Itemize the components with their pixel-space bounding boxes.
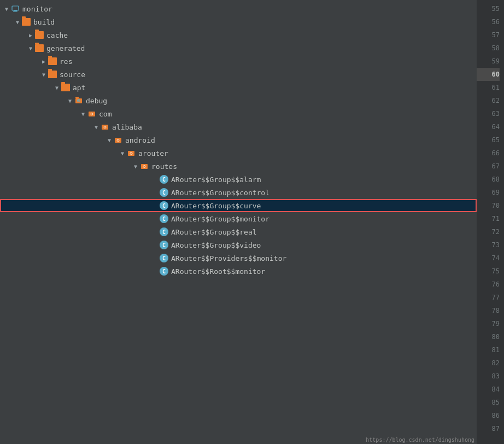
- class-icon-7: C: [160, 254, 168, 262]
- folder-icon-build: [22, 18, 31, 26]
- line-67: 67: [477, 160, 500, 173]
- monitor-label: monitor: [22, 5, 52, 13]
- line-60: 60: [477, 68, 500, 81]
- class-icon-8: C: [160, 267, 168, 276]
- line-68: 68: [477, 173, 500, 186]
- package-icon-com: [87, 109, 96, 118]
- tree-item-debug[interactable]: debug: [0, 94, 477, 107]
- tree-item-arouter[interactable]: arouter: [0, 147, 477, 160]
- line-78: 78: [477, 304, 500, 317]
- svg-rect-0: [12, 6, 19, 10]
- line-72: 72: [477, 225, 500, 238]
- generated-label: generated: [46, 44, 85, 52]
- line-74: 74: [477, 252, 500, 265]
- android-label: android: [125, 136, 155, 144]
- line-82: 82: [477, 357, 500, 370]
- class-icon-4: C: [160, 214, 168, 223]
- tree-item-class8[interactable]: C ARouter$$Root$$monitor: [0, 265, 477, 278]
- com-label: com: [99, 110, 112, 118]
- class8-label: ARouter$$Root$$monitor: [171, 267, 265, 276]
- line-79: 79: [477, 317, 500, 330]
- arrow-debug: [66, 98, 74, 104]
- class1-label: ARouter$$Group$$alarm: [171, 176, 261, 184]
- tree-item-com[interactable]: com: [0, 107, 477, 120]
- tree-item-android[interactable]: android: [0, 133, 477, 147]
- package-icon-alibaba: [101, 122, 109, 131]
- class-icon-6: C: [160, 241, 168, 249]
- class-icon-2: C: [160, 188, 168, 197]
- line-61: 61: [477, 81, 500, 94]
- tree-item-apt[interactable]: apt: [0, 81, 477, 94]
- tree-item-generated[interactable]: generated: [0, 42, 477, 55]
- tree-item-cache[interactable]: cache: [0, 28, 477, 42]
- line-63: 63: [477, 107, 500, 120]
- class3-label: ARouter$$Group$$curve: [171, 202, 261, 210]
- class2-label: ARouter$$Group$$control: [171, 189, 269, 197]
- folder-icon-apt: [61, 84, 70, 91]
- package-icon-arouter: [127, 149, 136, 157]
- svg-rect-2: [13, 11, 17, 12]
- class5-label: ARouter$$Group$$real: [171, 228, 257, 236]
- svg-rect-8: [89, 112, 95, 116]
- line-66: 66: [477, 147, 500, 160]
- tree-item-alibaba[interactable]: alibaba: [0, 120, 477, 133]
- arrow-apt: [52, 85, 61, 91]
- tree-item-class2[interactable]: C ARouter$$Group$$control: [0, 186, 477, 199]
- line-65: 65: [477, 133, 500, 147]
- line-56: 56: [477, 15, 500, 28]
- tree-container: monitor build cache generated res: [0, 0, 477, 280]
- tree-item-routes[interactable]: routes: [0, 160, 477, 173]
- res-label: res: [60, 57, 72, 66]
- alibaba-label: alibaba: [112, 123, 142, 131]
- arrow-cache: [26, 32, 35, 38]
- class7-label: ARouter$$Providers$$monitor: [171, 254, 286, 262]
- line-55: 55: [477, 2, 500, 15]
- folder-icon-res: [48, 57, 57, 65]
- line-58: 58: [477, 42, 500, 55]
- line-76: 76: [477, 278, 500, 291]
- arouter-label: arouter: [138, 149, 168, 157]
- arrow-generated: [26, 45, 35, 51]
- file-tree: monitor build cache generated res: [0, 0, 477, 444]
- tree-item-class4[interactable]: C ARouter$$Group$$monitor: [0, 212, 477, 225]
- class-icon-1: C: [160, 175, 168, 184]
- tree-item-monitor[interactable]: monitor: [0, 2, 477, 15]
- package-icon-android: [114, 136, 122, 144]
- debug-folder-icon: [74, 96, 83, 105]
- class4-label: ARouter$$Group$$monitor: [171, 215, 269, 223]
- line-73: 73: [477, 238, 500, 252]
- package-icon-routes: [140, 162, 149, 171]
- svg-rect-14: [128, 151, 134, 156]
- line-84: 84: [477, 383, 500, 396]
- svg-rect-12: [115, 138, 121, 143]
- line-83: 83: [477, 370, 500, 383]
- tree-item-class3[interactable]: C ARouter$$Group$$curve: [0, 199, 477, 212]
- tree-item-class6[interactable]: C ARouter$$Group$$video: [0, 238, 477, 252]
- line-87: 87: [477, 422, 500, 435]
- svg-rect-16: [141, 164, 148, 169]
- arrow-routes: [131, 163, 140, 170]
- tree-item-source[interactable]: source: [0, 68, 477, 81]
- cache-label: cache: [46, 31, 68, 39]
- class-icon-3: C: [160, 201, 168, 210]
- line-86: 86: [477, 409, 500, 422]
- tree-item-class1[interactable]: C ARouter$$Group$$alarm: [0, 173, 477, 186]
- svg-rect-1: [14, 10, 17, 11]
- line-81: 81: [477, 343, 500, 357]
- folder-icon-generated: [35, 44, 44, 52]
- tree-item-res[interactable]: res: [0, 55, 477, 68]
- line-69: 69: [477, 186, 500, 199]
- folder-icon-source: [48, 71, 57, 78]
- watermark: https://blog.csdn.net/dingshuhong: [366, 437, 474, 443]
- class-icon-5: C: [160, 227, 168, 236]
- tree-item-build[interactable]: build: [0, 15, 477, 28]
- tree-item-class5[interactable]: C ARouter$$Group$$real: [0, 225, 477, 238]
- tree-item-class7[interactable]: C ARouter$$Providers$$monitor: [0, 252, 477, 265]
- arrow-source: [39, 72, 48, 78]
- arrow-alibaba: [92, 124, 101, 130]
- monitor-icon: [11, 4, 20, 13]
- line-85: 85: [477, 396, 500, 409]
- line-57: 57: [477, 28, 500, 42]
- build-label: build: [33, 18, 55, 26]
- debug-label: debug: [86, 97, 107, 105]
